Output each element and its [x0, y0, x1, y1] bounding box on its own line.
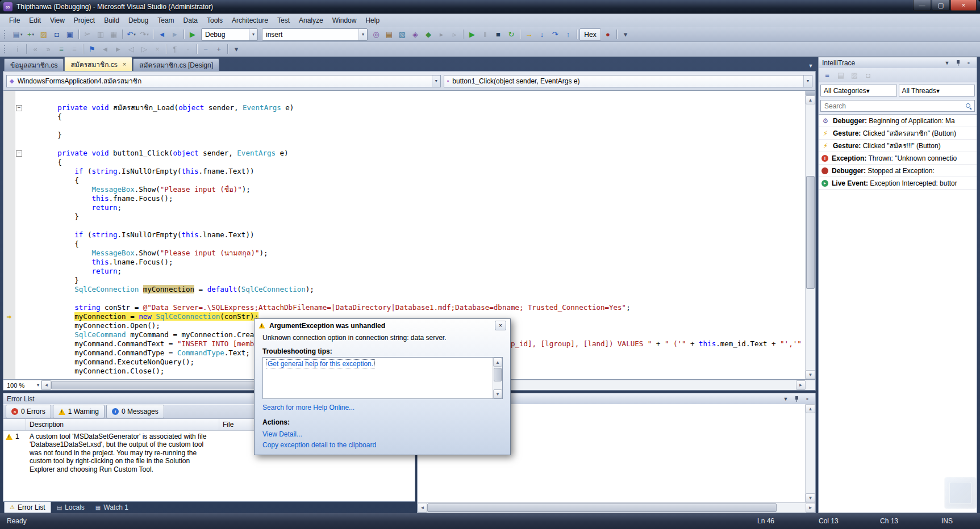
code-line[interactable]: string conStr = @"Data Server=.\SQLExpre… — [3, 303, 805, 312]
title-bar[interactable]: ∞ Thipthanwa (Debugging) - Microsoft Vis… — [0, 0, 980, 14]
find-in-files-button[interactable]: ◎ — [370, 29, 382, 40]
word-wrap-button[interactable]: ¶ — [169, 44, 181, 55]
object-browser-button[interactable]: ◈ — [409, 29, 422, 40]
intellitrace-event-row[interactable]: Debugger: Beginning of Application: Ma — [819, 115, 977, 127]
toggle-bookmark-button[interactable]: ⚑ — [86, 44, 98, 55]
navigate-backward-button[interactable]: ◄ — [156, 29, 168, 40]
scroll-up-button[interactable]: ▲ — [806, 95, 815, 104]
code-line[interactable]: this.lname.Focus(); — [3, 258, 805, 267]
intellitrace-titlebar[interactable]: IntelliTrace ▼ × — [819, 57, 977, 68]
categories-filter-dropdown[interactable]: All Categories ▾ — [820, 85, 897, 96]
solution-explorer-button[interactable]: ▤ — [383, 29, 395, 40]
maximize-button[interactable]: ▢ — [932, 0, 950, 11]
step-into-button[interactable]: ↓ — [536, 29, 548, 40]
scroll-down-button[interactable]: ▼ — [806, 370, 815, 379]
exception-dialog-titlebar[interactable]: ArgumentException was unhandled × — [255, 319, 510, 332]
intellitrace-event-row[interactable]: Live Event: Exception Intercepted: butto… — [819, 177, 977, 190]
cut-button[interactable]: ✂ — [81, 29, 94, 40]
intellitrace-event-row[interactable]: Debugger: Stopped at Exception: — [819, 165, 977, 177]
decrease-indent-button[interactable]: « — [29, 44, 41, 55]
scroll-right-button[interactable]: ► — [806, 503, 815, 513]
horizontal-scroll-thumb[interactable] — [427, 503, 777, 512]
code-line[interactable] — [3, 121, 805, 131]
code-line[interactable]: if (string.IsNullOrEmpty(this.fname.Text… — [3, 167, 805, 176]
tips-scrollbar[interactable]: ▲ ▼ — [493, 358, 502, 398]
split-window-handle[interactable] — [806, 91, 815, 95]
search-box[interactable] — [820, 100, 975, 112]
open-file-button[interactable]: ▨ — [37, 29, 50, 40]
tool-window-vertical-scrollbar[interactable]: ▲ ▼ — [805, 404, 815, 502]
tab-samak-samachik[interactable]: สมัครสมาชิก.cs× — [64, 57, 132, 71]
menu-item-team[interactable]: Team — [153, 15, 178, 26]
toolbar-options-button[interactable]: ▾ — [619, 29, 632, 40]
open-log-button[interactable]: ▨ — [848, 69, 861, 81]
vertical-scroll-thumb[interactable] — [806, 176, 815, 289]
scroll-up-button[interactable]: ▲ — [806, 404, 815, 413]
comment-button[interactable]: ≡ — [55, 44, 68, 55]
hex-button[interactable]: Hex — [579, 28, 601, 41]
save-log-button[interactable]: ◘ — [862, 69, 874, 81]
code-line[interactable]: if (string.IsNullOrEmpty(this.lname.Text… — [3, 230, 805, 240]
code-line[interactable]: } — [3, 276, 805, 285]
copy-button[interactable]: ▥ — [94, 29, 107, 40]
continue-button[interactable]: ▶ — [466, 29, 478, 40]
start-debugging-button[interactable]: ▶ — [186, 29, 199, 40]
paste-button[interactable]: ▦ — [107, 29, 120, 40]
show-whitespace-button[interactable]: · — [182, 44, 194, 55]
calls-view-button[interactable]: ▤ — [835, 69, 847, 81]
menu-item-build[interactable]: Build — [99, 15, 124, 26]
toolbox-button[interactable]: ◆ — [422, 29, 435, 40]
find-combo[interactable]: insert▾ — [262, 28, 368, 41]
toolbar-options-button[interactable]: ▾ — [230, 44, 243, 55]
menu-item-test[interactable]: Test — [273, 15, 294, 26]
vertical-scroll-track[interactable] — [806, 104, 815, 370]
code-line[interactable]: { — [3, 176, 805, 185]
clear-bookmarks-button[interactable]: × — [151, 44, 164, 55]
editor-vertical-scrollbar[interactable]: ▲ ▼ — [805, 91, 815, 379]
quick-info-button[interactable]: i — [11, 44, 24, 55]
close-icon[interactable]: × — [803, 395, 812, 403]
code-line[interactable] — [3, 294, 805, 303]
close-tab-icon[interactable]: × — [123, 61, 126, 68]
redo-button[interactable]: ↷▾ — [138, 29, 151, 40]
breakpoints-window-button[interactable]: ● — [602, 29, 614, 40]
add-item-button[interactable]: +▾ — [24, 29, 37, 40]
menu-item-project[interactable]: Project — [69, 15, 99, 26]
panel-tab-error-list[interactable]: ⚠Error List — [4, 502, 51, 513]
code-line[interactable]: − private void button1_Click(object send… — [3, 149, 805, 158]
search-input[interactable] — [823, 102, 965, 111]
toolbar-grip[interactable] — [4, 45, 8, 53]
menu-item-edit[interactable]: Edit — [24, 15, 45, 26]
previous-bookmark-button[interactable]: ◄ — [99, 44, 111, 55]
code-line[interactable]: this.fname.Focus(); — [3, 194, 805, 203]
pin-icon[interactable] — [953, 59, 962, 67]
intellitrace-event-row[interactable]: Exception: Thrown: "Unknown connectio — [819, 152, 977, 165]
navigate-forward-button[interactable]: ► — [169, 29, 181, 40]
code-line[interactable]: SqlCeConnection myConnection = default(S… — [3, 285, 805, 294]
code-line[interactable] — [3, 94, 805, 103]
scroll-down-button[interactable]: ▼ — [493, 389, 502, 398]
scroll-left-button[interactable]: ◄ — [418, 503, 427, 513]
panel-tab-watch-1[interactable]: ▦Watch 1 — [90, 502, 134, 513]
vertical-scroll-thumb[interactable] — [494, 368, 502, 381]
uncomment-button[interactable]: ≡ — [68, 44, 81, 55]
general-help-link[interactable]: Get general help for this exception. — [266, 359, 375, 368]
zoom-dropdown[interactable]: 100 % ▾ — [3, 380, 41, 390]
next-bookmark-folder-button[interactable]: ▷ — [138, 44, 151, 55]
column-description[interactable]: Description — [26, 419, 219, 430]
column-icon[interactable] — [3, 419, 26, 430]
view-detail-link[interactable]: View Detail... — [262, 430, 302, 438]
previous-bookmark-folder-button[interactable]: ◁ — [125, 44, 137, 55]
threads-filter-dropdown[interactable]: All Threads ▾ — [899, 85, 975, 96]
scroll-down-button[interactable]: ▼ — [806, 493, 815, 502]
filter-message-button[interactable]: 0 Messages — [106, 405, 164, 418]
code-line[interactable]: MessageBox.Show("Please input (นามสกุล)"… — [3, 249, 805, 258]
filter-error-button[interactable]: 0 Errors — [6, 405, 51, 418]
close-icon[interactable]: × — [495, 321, 506, 330]
immediate-window-button[interactable]: ▹ — [448, 29, 461, 40]
solution-configurations-combo[interactable]: Debug▾ — [201, 28, 258, 41]
show-next-statement-button[interactable]: → — [523, 29, 535, 40]
scroll-right-button[interactable]: ► — [796, 380, 806, 390]
menu-item-tools[interactable]: Tools — [202, 15, 227, 26]
code-line[interactable]: { — [3, 158, 805, 167]
